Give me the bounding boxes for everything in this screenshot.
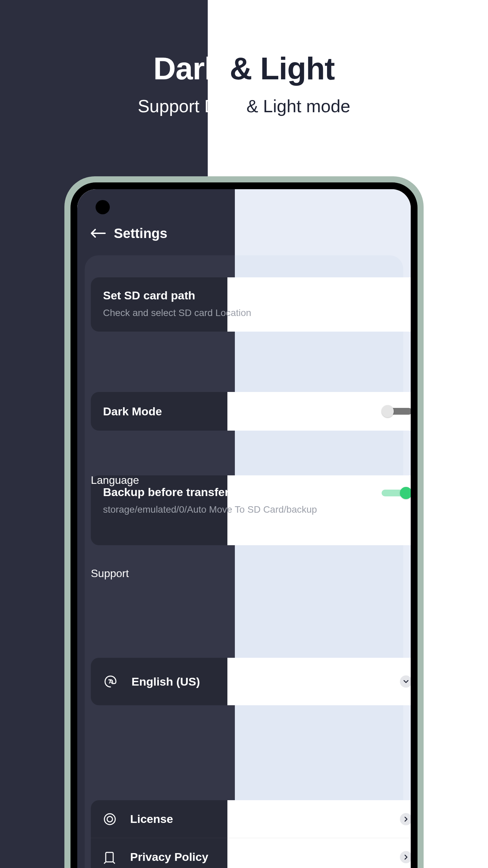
backup-toggle[interactable] bbox=[382, 487, 411, 499]
language-selector[interactable]: A English (US) bbox=[91, 658, 411, 705]
chevron-right-icon bbox=[400, 851, 411, 863]
hero-section: Dark & Light Support Dark & Light mode bbox=[0, 0, 488, 116]
privacy-row[interactable]: Privacy Policy bbox=[91, 838, 411, 868]
hero-title-right: & Light bbox=[230, 51, 335, 86]
backup-subtitle: storage/emulated/0/Auto Move To SD Card/… bbox=[103, 503, 375, 516]
svg-point-2 bbox=[107, 816, 113, 822]
hero-subtitle-right: & Light mode bbox=[246, 96, 350, 116]
header-bar: Settings bbox=[77, 220, 411, 247]
svg-point-1 bbox=[104, 814, 115, 825]
language-section-label: Language bbox=[91, 474, 139, 487]
privacy-label: Privacy Policy bbox=[130, 850, 400, 864]
hero-title-left: Dark bbox=[154, 51, 230, 86]
support-section-label: Support bbox=[91, 567, 129, 580]
license-icon bbox=[103, 812, 117, 826]
settings-panel bbox=[85, 255, 403, 868]
dark-mode-item[interactable]: Dark Mode bbox=[91, 392, 411, 431]
dark-mode-title: Dark Mode bbox=[103, 405, 162, 418]
backup-title: Backup before transfer data bbox=[103, 486, 375, 499]
license-row[interactable]: License bbox=[91, 800, 411, 838]
sd-card-title: Set SD card path bbox=[103, 289, 411, 302]
sd-card-subtitle: Check and select SD card Location bbox=[103, 306, 411, 319]
camera-hole bbox=[96, 200, 110, 214]
hero-subtitle-left: Support Dark bbox=[138, 96, 246, 116]
svg-text:A: A bbox=[109, 679, 112, 685]
chevron-right-icon bbox=[400, 813, 411, 825]
sd-card-path-item[interactable]: Set SD card path Check and select SD car… bbox=[91, 277, 411, 332]
phone-bezel: Settings Set SD card path Check and sele… bbox=[70, 182, 418, 868]
hero-subtitle: Support Dark & Light mode bbox=[0, 96, 488, 116]
phone-frame: Settings Set SD card path Check and sele… bbox=[64, 176, 424, 868]
panel-light-half bbox=[235, 255, 403, 868]
svg-rect-3 bbox=[106, 852, 113, 862]
language-icon: A bbox=[103, 674, 118, 689]
license-label: License bbox=[130, 812, 400, 826]
support-list: License Privacy Policy bbox=[91, 800, 411, 868]
back-arrow-icon[interactable] bbox=[91, 229, 106, 238]
dark-mode-toggle[interactable] bbox=[382, 405, 411, 417]
language-selected: English (US) bbox=[131, 675, 400, 688]
phone-screen: Settings Set SD card path Check and sele… bbox=[77, 189, 411, 868]
hero-title: Dark & Light bbox=[0, 51, 488, 86]
privacy-icon bbox=[103, 850, 117, 864]
chevron-down-icon bbox=[400, 675, 411, 688]
page-title: Settings bbox=[114, 226, 167, 241]
panel-dark-half bbox=[85, 255, 235, 868]
